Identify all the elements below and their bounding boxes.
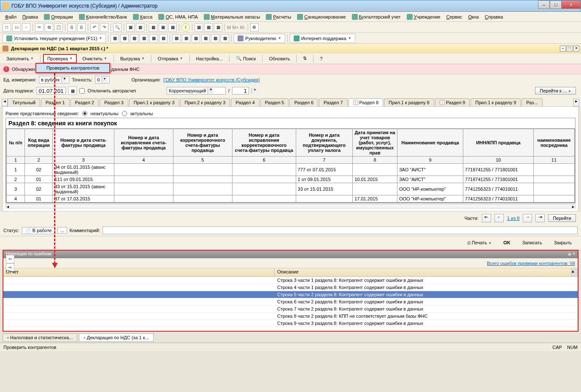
tb2-1[interactable]: ▦	[111, 34, 119, 43]
t2-icon[interactable]: ▦	[136, 23, 144, 32]
tab-8[interactable]: Раздел 6	[289, 98, 318, 106]
tb2-8[interactable]: ▦	[182, 34, 190, 43]
save-button[interactable]: Записать	[518, 239, 546, 246]
menu-13[interactable]: Справка	[482, 13, 505, 21]
error-row[interactable]: Строка 6 части 2 раздела 8: Контрагент с…	[3, 298, 578, 305]
support-button[interactable]: Интернет-поддержка ▼	[290, 34, 355, 43]
cell[interactable]: 01	[25, 195, 53, 203]
tab-7[interactable]: Раздел 5	[260, 98, 289, 106]
cell[interactable]: 02	[25, 183, 53, 195]
cell[interactable]	[114, 195, 173, 203]
tb2-11[interactable]: ▦	[211, 34, 219, 43]
tab-scroll-left[interactable]: ◄	[2, 99, 8, 106]
cell[interactable]: 1 от 09.01.2015	[296, 176, 353, 183]
cell[interactable]: 7718741255 / 771801001	[463, 164, 534, 176]
cell[interactable]: 4	[7, 195, 25, 203]
tb2-9[interactable]: ▦	[192, 34, 200, 43]
close-button[interactable]: ×	[562, 0, 581, 9]
cell[interactable]	[173, 164, 232, 176]
error-rows[interactable]: Строка 3 части 1 раздела 8: Контрагент с…	[3, 277, 578, 331]
find-icon[interactable]: 🔍	[113, 23, 122, 32]
radio-opt1[interactable]	[82, 111, 87, 116]
redo-icon[interactable]: ↷	[100, 23, 108, 32]
menu-2[interactable]: Операции	[41, 13, 75, 21]
nav-next[interactable]: →	[523, 214, 532, 222]
menu-11[interactable]: Сервис	[444, 13, 465, 21]
tab-0[interactable]: Титульный	[8, 98, 40, 106]
error-row[interactable]: Строка 8 части 2 раздела 8: КПП не соотв…	[3, 313, 578, 320]
cell[interactable]	[173, 183, 232, 195]
cell[interactable]	[296, 195, 353, 203]
precision-select[interactable]: 0▾	[95, 76, 109, 84]
set-org-button[interactable]: Установить текущее учреждение (F11) ▼	[3, 34, 106, 43]
tab-3[interactable]: Раздел 3	[100, 98, 128, 106]
paste-icon[interactable]: 📋	[54, 23, 63, 32]
cell[interactable]	[173, 195, 232, 203]
menu-9[interactable]: Бухгалтерский учет	[349, 13, 403, 21]
cell[interactable]	[114, 176, 173, 183]
cal-icon[interactable]: ▦	[214, 23, 222, 32]
help-icon[interactable]: i	[181, 23, 190, 32]
tb2-2[interactable]: ▦	[120, 34, 129, 43]
cell[interactable]: 3	[7, 183, 25, 195]
err-nav-prev[interactable]: ⇦	[6, 255, 14, 263]
error-row[interactable]: Строка 4 части 1 раздела 8: Контрагент с…	[3, 284, 578, 291]
cell[interactable]	[533, 176, 574, 183]
cell[interactable]	[114, 183, 173, 195]
cell[interactable]: 2	[7, 176, 25, 183]
page-info[interactable]: 1 из 8	[507, 216, 520, 221]
tab-5[interactable]: Прил.2 к разделу 3	[180, 98, 230, 106]
bottom-tab-1[interactable]: ▫ Налоговая и статистическа...	[3, 333, 77, 342]
open-icon[interactable]: ▭	[12, 23, 21, 32]
error-row[interactable]: Строка 9 части 3 раздела 8: Контрагент с…	[3, 320, 578, 327]
nav-first[interactable]: ⇤	[482, 214, 491, 222]
menu-12[interactable]: Окна	[465, 13, 481, 21]
table-row[interactable]: 40137 от 17.03.201517.01.2015ООО "НР-ком…	[7, 195, 575, 203]
t3-icon[interactable]: ▦	[149, 23, 157, 32]
menu-0[interactable]: Файл	[3, 13, 19, 21]
tb2-12[interactable]: ▦	[221, 34, 229, 43]
close-doc-button[interactable]: Закрыть	[550, 239, 576, 246]
tab-6[interactable]: Раздел 4	[231, 98, 259, 106]
error-row[interactable]: Строка 5 части 2 раздела 8: Контрагент с…	[3, 291, 578, 298]
tab-9[interactable]: Раздел 7	[319, 98, 348, 106]
copy-icon[interactable]: ⧉	[45, 23, 53, 32]
cut-icon[interactable]: ✂	[35, 23, 43, 32]
menu-8[interactable]: Санкционирование	[295, 13, 348, 21]
menu-7[interactable]: Расчеты	[263, 13, 294, 21]
minimize-button[interactable]: –	[538, 0, 550, 9]
error-scroll-up[interactable]: ▴	[572, 268, 578, 276]
leader-button[interactable]: Руководителю ▼	[234, 34, 285, 43]
tab-12[interactable]: !Раздел 9	[435, 98, 470, 106]
comment-input[interactable]	[103, 227, 578, 234]
cell[interactable]: 33 от 15.01.2015 (аванс выданный)	[53, 183, 114, 195]
undo-icon[interactable]: ↶	[90, 23, 99, 32]
nav-last[interactable]: ⇥	[535, 214, 545, 222]
table-row[interactable]: 10234 от 01.01.2015 (аванс выданный)777 …	[7, 164, 575, 176]
table-wrap[interactable]: № п/пКод вида операцииНомер и дата счета…	[6, 128, 575, 203]
cell[interactable]	[533, 195, 574, 203]
calendar-icon[interactable]: ▦	[68, 87, 77, 95]
cell[interactable]: 01	[25, 176, 53, 183]
tb2-7[interactable]: ▦	[172, 34, 181, 43]
error-total[interactable]: Всего ошибок проверки контрагентов: 58	[487, 261, 575, 266]
page-goto[interactable]: Перейти	[548, 214, 576, 222]
table-row[interactable]: 30233 от 15.01.2015 (аванс выданный)33 о…	[7, 183, 575, 195]
tool-x-icon[interactable]: ⚙	[250, 23, 259, 32]
cell[interactable]: ООО "НР-компьютер"	[397, 195, 463, 203]
menu-1[interactable]: Правка	[20, 13, 41, 21]
date-icon[interactable]: ▦	[204, 23, 213, 32]
tab-2[interactable]: Раздел 2	[70, 98, 99, 106]
menu-3[interactable]: Казначейство/Банк	[76, 13, 130, 21]
status-select[interactable]: 📄В работе	[22, 227, 55, 234]
cell[interactable]: 10.01.2015	[353, 176, 397, 183]
cell[interactable]: 7718741255 / 771801001	[463, 176, 534, 183]
tb2-3[interactable]: ▦	[130, 34, 138, 43]
radio-opt2[interactable]	[122, 111, 127, 116]
error-pin-icon[interactable]: ⬙	[568, 251, 571, 256]
fill-button[interactable]: Заполнить▼	[3, 54, 38, 63]
tb2-10[interactable]: ▦	[201, 34, 210, 43]
t1-icon[interactable]: ▦	[126, 23, 135, 32]
check-contractors-item[interactable]: Проверить контрагентов	[36, 64, 109, 72]
date-input[interactable]	[36, 87, 66, 95]
